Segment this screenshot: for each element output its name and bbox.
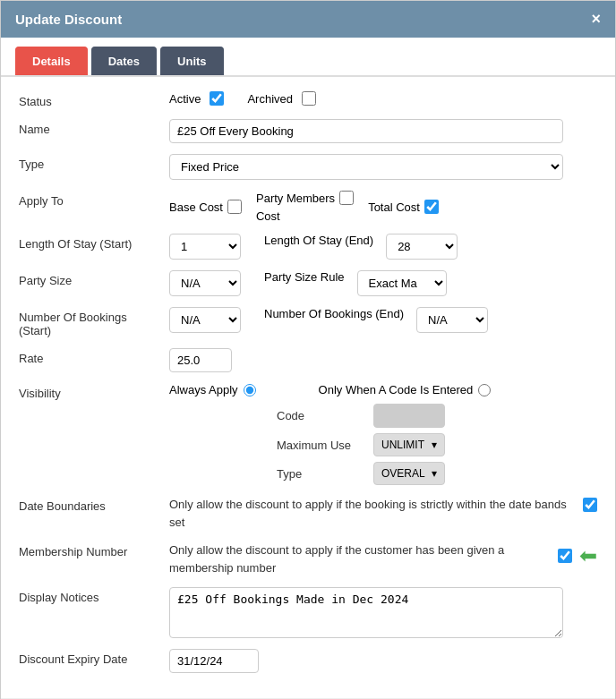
date-boundaries-label: Date Boundaries [19, 496, 162, 513]
num-bookings-end-select[interactable]: N/A [416, 307, 488, 333]
rate-input[interactable] [169, 348, 232, 372]
membership-number-checkbox[interactable] [558, 549, 572, 563]
party-members-item: Party Members Cost [256, 191, 354, 223]
tab-bar: Details Dates Units [1, 38, 615, 77]
only-code-group: Only When A Code Is Entered [319, 383, 492, 396]
code-input[interactable] [373, 404, 445, 428]
display-notices-textarea[interactable] [169, 587, 563, 638]
total-cost-checkbox[interactable] [424, 200, 439, 214]
tab-units[interactable]: Units [160, 47, 224, 75]
discount-expiry-row: Discount Expiry Date [19, 649, 597, 673]
modal-header: Update Discount × [1, 1, 615, 38]
name-input[interactable] [169, 119, 563, 143]
always-apply-group: Always Apply [169, 383, 256, 396]
archived-checkbox[interactable] [302, 91, 316, 106]
rate-label: Rate [19, 348, 162, 365]
length-stay-start-select[interactable]: 1 [169, 234, 241, 260]
length-stay-end-label: Length Of Stay (End) [264, 234, 373, 247]
name-label: Name [19, 119, 162, 136]
membership-number-label: Membership Number [19, 541, 162, 558]
base-cost-checkbox[interactable] [227, 200, 242, 214]
apply-to-label: Apply To [19, 191, 162, 208]
party-size-label: Party Size [19, 270, 162, 287]
max-use-dropdown[interactable]: UNLIMIT ▾ [373, 433, 445, 456]
num-bookings-end-label: Number Of Bookings (End) [264, 307, 404, 320]
vis-type-dropdown[interactable]: OVERAL ▾ [373, 462, 445, 485]
name-row: Name [19, 119, 597, 143]
discount-expiry-label: Discount Expiry Date [19, 649, 162, 666]
always-apply-radio[interactable] [244, 384, 256, 396]
apply-to-content: Base Cost Party Members Cost Total Cost [169, 191, 597, 223]
discount-expiry-input[interactable] [169, 649, 259, 673]
update-discount-modal: Update Discount × Details Dates Units St… [0, 0, 616, 699]
chevron-down-icon: ▾ [432, 439, 437, 451]
display-notices-row: Display Notices [19, 587, 597, 638]
total-cost-label: Total Cost [368, 200, 420, 214]
status-label: Status [19, 91, 162, 108]
active-label: Active [169, 92, 201, 106]
close-button[interactable]: × [591, 10, 601, 29]
num-bookings-content: N/A Number Of Bookings (End) N/A [169, 307, 597, 333]
date-boundaries-checkbox[interactable] [583, 498, 597, 512]
modal-title: Update Discount [15, 12, 122, 27]
code-label: Code [277, 409, 366, 422]
party-members-checkbox[interactable] [339, 191, 354, 205]
display-notices-label: Display Notices [19, 587, 162, 604]
display-notices-content [169, 587, 597, 638]
type-label: Type [19, 154, 162, 171]
rate-row: Rate [19, 348, 597, 372]
total-cost-item: Total Cost [368, 200, 439, 214]
party-size-content: N/A Party Size Rule Exact Ma [169, 270, 597, 296]
code-row: Code [277, 404, 597, 428]
num-bookings-start-select[interactable]: N/A [169, 307, 241, 333]
base-cost-item: Base Cost [169, 200, 242, 214]
num-bookings-start-label: Number Of Bookings(Start) [19, 307, 162, 337]
length-stay-start-content: 1 Length Of Stay (End) 28 [169, 234, 597, 260]
type-row: Type Fixed Price [19, 154, 597, 180]
rate-content [169, 348, 597, 372]
party-size-rule-label: Party Size Rule [264, 270, 345, 284]
max-use-row: Maximum Use UNLIMIT ▾ [277, 433, 597, 456]
membership-number-text: Only allow the discount to apply if the … [169, 541, 552, 576]
date-boundaries-row: Date Boundaries Only allow the discount … [19, 496, 597, 531]
tab-details[interactable]: Details [15, 47, 88, 75]
discount-expiry-content [169, 649, 597, 673]
archived-label: Archived [247, 92, 293, 106]
arrow-icon: ⬅ [579, 543, 597, 568]
base-cost-label: Base Cost [169, 200, 223, 214]
length-stay-row: Length Of Stay (Start) 1 Length Of Stay … [19, 234, 597, 260]
party-members-cost-label: Cost [256, 209, 280, 223]
status-row: Status Active Archived [19, 91, 597, 108]
chevron-down-icon: ▾ [432, 467, 437, 480]
length-stay-start-label: Length Of Stay (Start) [19, 234, 162, 251]
vis-type-row: Type OVERAL ▾ [277, 462, 597, 485]
tab-dates[interactable]: Dates [91, 47, 157, 75]
membership-number-content: Only allow the discount to apply if the … [169, 541, 597, 576]
form-body: Status Active Archived Name Type [1, 77, 615, 698]
only-code-label: Only When A Code Is Entered [319, 383, 474, 396]
party-members-label: Party Members [256, 192, 335, 205]
status-content: Active Archived [169, 91, 597, 106]
status-active-group: Active Archived [169, 91, 316, 106]
party-size-row: Party Size N/A Party Size Rule Exact Ma [19, 270, 597, 296]
max-use-label: Maximum Use [277, 439, 366, 452]
always-apply-label: Always Apply [169, 383, 238, 396]
type-content: Fixed Price [169, 154, 597, 180]
party-size-select[interactable]: N/A [169, 270, 241, 296]
apply-to-row: Apply To Base Cost Party Members Cost To… [19, 191, 597, 223]
visibility-label: Visibility [19, 383, 162, 400]
visibility-content: Always Apply Only When A Code Is Entered… [169, 383, 597, 485]
vis-type-label: Type [277, 467, 366, 481]
active-checkbox[interactable] [210, 91, 224, 106]
only-code-radio[interactable] [478, 384, 491, 396]
num-bookings-row: Number Of Bookings(Start) N/A Number Of … [19, 307, 597, 337]
party-size-rule-select[interactable]: Exact Ma [357, 270, 447, 296]
length-stay-end-select[interactable]: 28 [386, 234, 458, 260]
date-boundaries-text: Only allow the discount to apply if the … [169, 496, 578, 531]
date-boundaries-content: Only allow the discount to apply if the … [169, 496, 597, 531]
visibility-row: Visibility Always Apply Only When A Code… [19, 383, 597, 485]
type-select[interactable]: Fixed Price [169, 154, 563, 180]
name-content [169, 119, 597, 143]
membership-number-row: Membership Number Only allow the discoun… [19, 541, 597, 576]
